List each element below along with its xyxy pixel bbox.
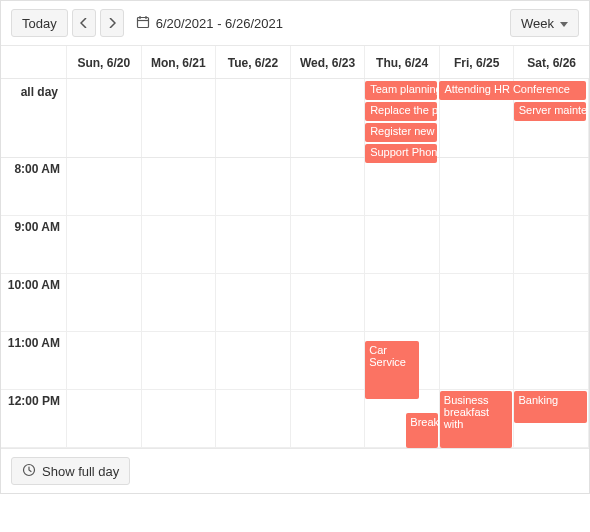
day-column[interactable] [142, 158, 217, 448]
view-selector-button[interactable]: Week [510, 9, 579, 37]
time-slot[interactable] [291, 274, 365, 332]
time-label: 12:00 PM [1, 390, 66, 448]
time-slot[interactable] [142, 158, 216, 216]
allday-cell[interactable] [291, 79, 366, 157]
time-labels-column: 8:00 AM 9:00 AM 10:00 AM 11:00 AM 12:00 … [1, 158, 67, 448]
time-slot[interactable] [142, 332, 216, 390]
time-slot[interactable] [216, 274, 290, 332]
time-slot[interactable] [440, 332, 514, 390]
calendar-week-view: Today 6/20/2021 - 6/26/2021 Week [0, 0, 590, 494]
day-column[interactable] [216, 158, 291, 448]
allday-event[interactable]: Replace the p [365, 102, 437, 121]
time-slot[interactable] [365, 274, 439, 332]
day-column[interactable] [67, 158, 142, 448]
time-slot[interactable] [514, 274, 588, 332]
time-label: 10:00 AM [1, 274, 66, 332]
time-slot[interactable] [67, 332, 141, 390]
time-event[interactable]: Business breakfast with [440, 391, 513, 448]
date-range-text: 6/20/2021 - 6/26/2021 [156, 16, 283, 31]
date-range[interactable]: 6/20/2021 - 6/26/2021 [136, 15, 283, 32]
allday-label: all day [1, 79, 67, 157]
view-selector-label: Week [521, 16, 554, 31]
show-full-day-button[interactable]: Show full day [11, 457, 130, 485]
time-slot[interactable] [216, 332, 290, 390]
time-slot[interactable] [216, 158, 290, 216]
show-full-day-label: Show full day [42, 464, 119, 479]
allday-cell[interactable] [67, 79, 142, 157]
day-header[interactable]: Wed, 6/23 [291, 46, 366, 78]
time-column-header [1, 46, 67, 78]
allday-event[interactable]: Attending HR Conference [439, 81, 586, 100]
time-slot[interactable] [142, 216, 216, 274]
clock-icon [22, 463, 36, 480]
time-slot[interactable] [365, 216, 439, 274]
time-slot[interactable] [440, 274, 514, 332]
time-slot[interactable] [514, 216, 588, 274]
time-slot[interactable] [440, 158, 514, 216]
time-slot[interactable] [216, 216, 290, 274]
calendar-footer: Show full day [1, 448, 589, 493]
time-event[interactable]: Break [406, 413, 438, 448]
time-slot[interactable] [514, 332, 588, 390]
time-slot[interactable] [440, 216, 514, 274]
time-slot[interactable] [291, 390, 365, 448]
time-event[interactable]: Car Service [365, 341, 419, 399]
time-slot[interactable] [291, 216, 365, 274]
today-button[interactable]: Today [11, 9, 68, 37]
time-slot[interactable] [291, 158, 365, 216]
time-grid: 8:00 AM 9:00 AM 10:00 AM 11:00 AM 12:00 … [1, 158, 589, 448]
day-header-row: Sun, 6/20 Mon, 6/21 Tue, 6/22 Wed, 6/23 … [1, 46, 589, 79]
time-slot[interactable] [365, 158, 439, 216]
time-slot[interactable] [216, 390, 290, 448]
day-columns: Car ServiceBreakBusiness breakfast withB… [67, 158, 589, 448]
calendar-toolbar: Today 6/20/2021 - 6/26/2021 Week [1, 1, 589, 46]
time-slot[interactable] [142, 390, 216, 448]
chevron-down-icon [560, 16, 568, 31]
day-column[interactable] [365, 158, 440, 448]
allday-cell[interactable] [142, 79, 217, 157]
day-header[interactable]: Sat, 6/26 [514, 46, 589, 78]
day-header[interactable]: Sun, 6/20 [67, 46, 142, 78]
day-header[interactable]: Mon, 6/21 [142, 46, 217, 78]
time-label: 8:00 AM [1, 158, 66, 216]
allday-cell[interactable] [216, 79, 291, 157]
chevron-right-icon [108, 16, 116, 31]
day-header[interactable]: Thu, 6/24 [365, 46, 440, 78]
time-label: 9:00 AM [1, 216, 66, 274]
svg-rect-0 [137, 17, 148, 27]
allday-event[interactable]: Server mainte [514, 102, 586, 121]
chevron-left-icon [80, 16, 88, 31]
allday-cells[interactable]: Team planningAttending HR ConferenceRepl… [67, 79, 589, 157]
prev-button[interactable] [72, 9, 96, 37]
time-slot[interactable] [514, 158, 588, 216]
time-slot[interactable] [142, 274, 216, 332]
day-header[interactable]: Fri, 6/25 [440, 46, 515, 78]
time-slot[interactable] [67, 216, 141, 274]
allday-event[interactable]: Team planning [365, 81, 437, 100]
day-header[interactable]: Tue, 6/22 [216, 46, 291, 78]
day-column[interactable] [291, 158, 366, 448]
calendar-icon [136, 15, 150, 32]
time-event[interactable]: Banking [514, 391, 587, 423]
time-label: 11:00 AM [1, 332, 66, 390]
time-slot[interactable] [67, 274, 141, 332]
allday-section: all day Team planningAttending HR Confer… [1, 79, 589, 158]
time-slot[interactable] [67, 158, 141, 216]
allday-event[interactable]: Register new [365, 123, 437, 142]
time-slot[interactable] [291, 332, 365, 390]
time-slot[interactable] [67, 390, 141, 448]
next-button[interactable] [100, 9, 124, 37]
